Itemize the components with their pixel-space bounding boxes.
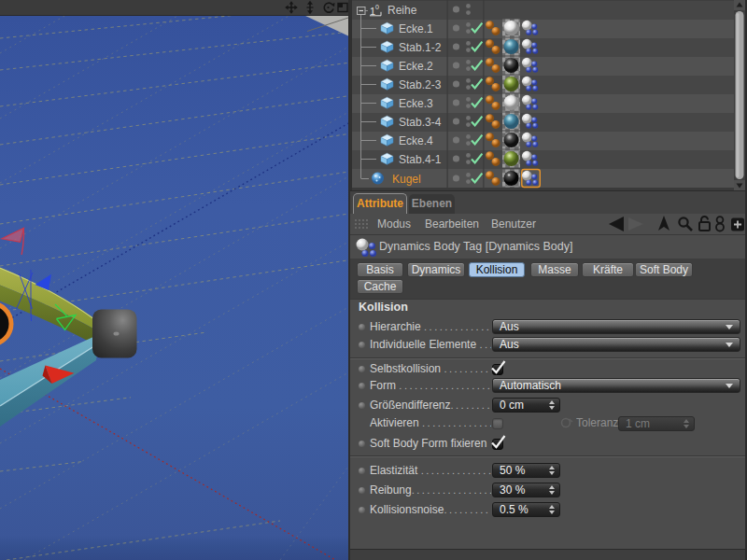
svg-text:Ecke.4: Ecke.4 <box>399 134 433 147</box>
svg-text:Stab.4-1: Stab.4-1 <box>399 153 442 166</box>
svg-text:Stab.3-4: Stab.3-4 <box>399 116 442 129</box>
svg-text:Ecke.1: Ecke.1 <box>399 22 433 35</box>
svg-text:Stab.2-3: Stab.2-3 <box>399 78 442 91</box>
svg-text:Ecke.2: Ecke.2 <box>399 60 433 73</box>
svg-text:0: 0 <box>375 4 379 10</box>
svg-text:Kugel: Kugel <box>392 173 421 186</box>
svg-text:Reihe: Reihe <box>388 4 417 17</box>
svg-text:Stab.1-2: Stab.1-2 <box>399 41 442 54</box>
svg-text:Ecke.3: Ecke.3 <box>399 97 433 110</box>
